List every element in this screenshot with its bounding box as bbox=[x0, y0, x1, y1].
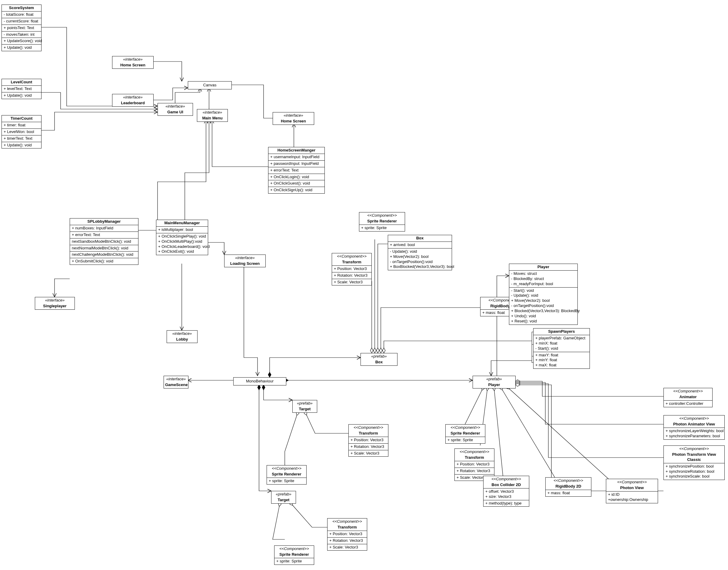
class-name: HomeScreenManger bbox=[269, 147, 325, 154]
class-name: SpawnPlayers bbox=[533, 328, 590, 335]
stereo: «interface» bbox=[112, 94, 153, 100]
class-spawnplayers: SpawnPlayers + playerPrefab: GameObject … bbox=[533, 328, 590, 369]
attr: - BlockedBy: struct bbox=[511, 276, 576, 282]
meth: + OnClickMultiPlay():void bbox=[158, 239, 206, 244]
meth: + Reset(): void bbox=[511, 319, 576, 324]
attr: + Position: Vector3 bbox=[456, 462, 492, 467]
attr: + Scale: Vector3 bbox=[329, 545, 365, 550]
attr: + size: Vector3 bbox=[485, 494, 527, 499]
interface-leaderboard: «interface» Leaderboard bbox=[112, 94, 153, 107]
component-transform-target1: <<Component>> Transform + Position: Vect… bbox=[348, 424, 388, 457]
class-monobehaviour: MonoBehaviour bbox=[233, 377, 286, 385]
attr: + maxY: float bbox=[535, 353, 588, 358]
attr: + id:ID bbox=[608, 492, 656, 497]
meth: + Move(Vector2): bool bbox=[390, 254, 450, 259]
meth: + Update(): void bbox=[4, 45, 39, 50]
class-name: Animator bbox=[664, 394, 712, 400]
class-name: Transform bbox=[349, 430, 388, 437]
class-name: Player bbox=[473, 382, 515, 388]
meth: + Undo(): void bbox=[511, 314, 576, 319]
attr: + passwordInput: InputField bbox=[270, 161, 323, 167]
component-spriterenderer-box: <<Component>> Sprite Renderer + sprite: … bbox=[359, 212, 405, 232]
class-name: Photon View bbox=[606, 485, 658, 492]
attr: + synchronizeRotation: bool bbox=[666, 469, 723, 474]
class-name: Home Screen bbox=[273, 118, 314, 124]
interface-singleplayer: «interface» Singleplayer bbox=[35, 297, 75, 310]
stereo: <<Component>> bbox=[483, 476, 529, 482]
meth: + Update(): void bbox=[4, 93, 39, 98]
attr: + LevelWon: bool bbox=[4, 129, 39, 134]
meth: + OnClickGuest(): void bbox=[270, 181, 323, 186]
component-photontransformviewclassic: <<Component>> Photon Transform View Clas… bbox=[664, 446, 725, 480]
class-name: Photon Transform View Classic bbox=[664, 452, 724, 463]
attr: - movesTaken: int bbox=[4, 32, 39, 37]
attr: + sprite: Sprite bbox=[276, 559, 312, 564]
attr: + Position: Vector3 bbox=[334, 266, 370, 272]
attr: + synchronizePosition: bool bbox=[666, 464, 723, 469]
class-timercount: TimerCount + timer: float + LevelWon: bo… bbox=[2, 115, 41, 149]
class-name: Box Collider 2D bbox=[483, 482, 529, 489]
stereo: «prefab» bbox=[473, 376, 515, 382]
attr: - currentScore: float bbox=[4, 19, 39, 24]
stereo: <<Component>> bbox=[267, 466, 306, 471]
interface-homescreen1: «interface» Home Screen bbox=[112, 56, 153, 69]
component-spriterenderer-target2: <<Component>> Sprite Renderer + sprite: … bbox=[274, 545, 314, 565]
attr: + Rotation: Vector3 bbox=[329, 538, 365, 543]
meth: + Blocked(Vector3,Vector3): BlockedBy bbox=[511, 308, 576, 314]
meth: + Move(Vector2): bool bbox=[511, 298, 576, 303]
class-name: Box bbox=[361, 359, 397, 365]
class-mainmenumanager: MainMenuManager + isMultiplayer: bool + … bbox=[156, 220, 208, 255]
meth: - Update(): void bbox=[511, 293, 576, 298]
stereo: «interface» bbox=[158, 103, 193, 109]
interface-lobby: «interface» Lobby bbox=[166, 330, 198, 343]
attr: + mass: float bbox=[548, 491, 589, 496]
class-name: MonoBehaviour bbox=[246, 379, 274, 383]
attr: - m_readyForInput: bool bbox=[511, 282, 576, 287]
class-name: Lobby bbox=[167, 336, 197, 343]
meth: nextSandboxModeBtnClick(): void bbox=[72, 239, 136, 244]
stereo: «interface» bbox=[112, 56, 153, 62]
stereo: <<Component>> bbox=[328, 519, 367, 524]
attr: + levelText: Text bbox=[4, 86, 39, 91]
class-name: Sprite Renderer bbox=[275, 552, 314, 558]
attr: + timer: float bbox=[4, 123, 39, 128]
attr: + usernameInput: InputField bbox=[270, 155, 323, 160]
attr: + minY: float bbox=[535, 357, 588, 363]
component-photonview: <<Component>> Photon View + id:ID +owner… bbox=[606, 479, 658, 503]
attr: + controller:Controller bbox=[666, 401, 710, 406]
class-name: Leaderboard bbox=[112, 100, 153, 106]
class-name: RigidBody 2D bbox=[545, 483, 591, 490]
class-homescreenmanager: HomeScreenManger + usernameInput: InputF… bbox=[268, 147, 325, 194]
meth: + UpdateScore(): void bbox=[4, 38, 39, 44]
class-name: Sprite Renderer bbox=[446, 430, 485, 437]
meth: nextChallengeModeBtnClick(): void bbox=[72, 252, 136, 257]
class-name: Transform bbox=[328, 524, 367, 531]
prefab-target1: «prefab» Target bbox=[292, 400, 317, 413]
class-levelcount: LevelCount + levelText: Text + Update():… bbox=[2, 79, 41, 99]
stereo: <<Component>> bbox=[664, 415, 724, 421]
meth: + OnClickSignUp(): void bbox=[270, 188, 323, 193]
class-name: Loading Screen bbox=[225, 261, 265, 267]
class-name: Transform bbox=[455, 455, 494, 461]
stereo: <<Component>> bbox=[349, 424, 388, 430]
stereo: «prefab» bbox=[361, 353, 397, 359]
meth: nextNormalModeBtnClick(): void bbox=[72, 246, 136, 251]
meth: + OnClickExit(): void bbox=[158, 249, 206, 254]
attr: + Rotation: Vector3 bbox=[456, 469, 492, 474]
class-name: GameScene bbox=[164, 382, 188, 388]
attr: + playerPrefab: GameObject bbox=[535, 336, 588, 341]
class-name: Target bbox=[272, 497, 296, 503]
attr: - Moves: struct bbox=[511, 271, 576, 276]
prefab-player: «prefab» Player bbox=[473, 376, 515, 388]
class-player: Player - Moves: struct - BlockedBy: stru… bbox=[509, 264, 578, 325]
component-transform-box: <<Component>> Transform + Position: Vect… bbox=[332, 253, 372, 285]
stereo: <<Component>> bbox=[332, 253, 371, 259]
class-name: Sprite Renderer bbox=[267, 471, 306, 478]
stereo: «interface» bbox=[273, 112, 314, 118]
class-name: Player bbox=[509, 264, 578, 271]
prefab-target2: «prefab» Target bbox=[271, 491, 296, 504]
stereo: «interface» bbox=[167, 331, 197, 336]
interface-loadingscreen: «interface» Loading Screen bbox=[224, 255, 266, 267]
attr: + offset: Vector3 bbox=[485, 489, 527, 494]
class-name: Singleplayer bbox=[35, 303, 74, 309]
